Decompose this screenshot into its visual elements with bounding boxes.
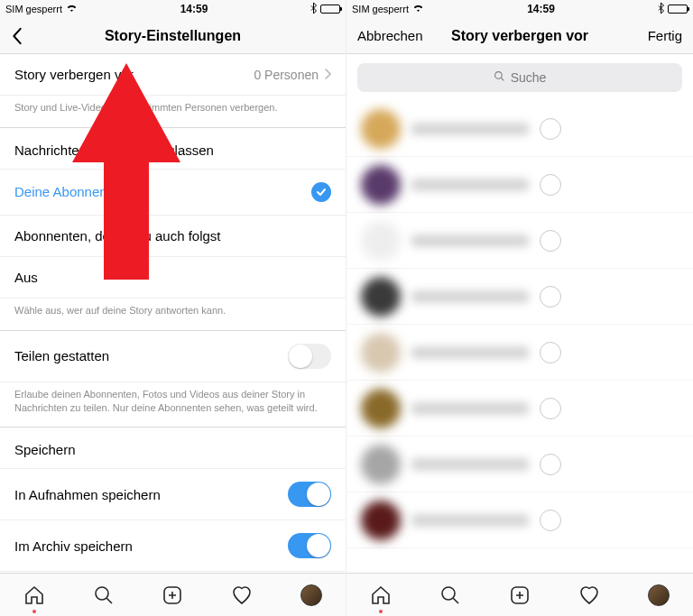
nav-bar: Story-Einstellungen <box>0 18 346 54</box>
tab-bar <box>346 573 693 616</box>
chevron-right-icon <box>324 68 331 82</box>
reply-option-followers-label: Deine Abonnenten <box>14 184 125 199</box>
back-button[interactable] <box>11 18 23 53</box>
status-time: 14:59 <box>180 3 208 15</box>
search-icon <box>494 70 505 85</box>
user-name-blurred <box>411 402 529 415</box>
hide-story-row[interactable]: Story verbergen vor 0 Personen <box>0 54 346 96</box>
user-row[interactable] <box>346 157 693 213</box>
tab-search[interactable] <box>438 583 463 608</box>
cancel-label: Abbrechen <box>357 28 423 43</box>
user-avatar-icon <box>361 445 401 484</box>
user-row[interactable] <box>346 213 693 269</box>
reply-option-followers[interactable]: Deine Abonnenten <box>0 170 346 216</box>
tab-profile[interactable] <box>299 583 324 608</box>
cancel-button[interactable]: Abbrechen <box>357 18 423 53</box>
hide-story-label: Story verbergen vor <box>14 67 134 82</box>
user-avatar-icon <box>361 165 401 205</box>
search-input[interactable]: Suche <box>357 63 682 92</box>
tab-add[interactable] <box>507 583 532 608</box>
user-name-blurred <box>411 123 529 135</box>
battery-icon <box>320 5 340 14</box>
user-name-blurred <box>411 346 529 359</box>
user-row[interactable] <box>346 437 693 492</box>
status-time: 14:59 <box>527 3 555 15</box>
user-avatar-icon <box>361 333 401 372</box>
user-select-radio[interactable] <box>540 510 561 531</box>
user-avatar-icon <box>361 501 401 540</box>
user-avatar-icon <box>361 221 401 261</box>
status-right <box>658 3 688 15</box>
svg-point-2 <box>494 72 502 79</box>
user-row[interactable] <box>346 325 693 381</box>
user-select-radio[interactable] <box>540 342 561 363</box>
user-avatar-icon <box>361 277 401 317</box>
user-row[interactable] <box>346 269 693 325</box>
status-left: SIM gesperrt <box>352 4 424 14</box>
search-container: Suche <box>346 54 693 101</box>
status-right <box>310 3 340 15</box>
save-archive-label: Im Archiv speichern <box>14 538 133 554</box>
user-row[interactable] <box>346 101 693 157</box>
notification-dot-icon <box>379 610 383 613</box>
notification-dot-icon <box>32 610 36 613</box>
save-camera-label: In Aufnahmen speichern <box>14 487 161 502</box>
user-select-radio[interactable] <box>540 286 561 308</box>
tab-activity[interactable] <box>577 583 602 608</box>
user-select-radio[interactable] <box>540 230 561 252</box>
screen-hide-from: SIM gesperrt 14:59 Abbrechen Story verbe… <box>346 0 693 616</box>
user-row[interactable] <box>346 381 693 437</box>
reply-option-off-label: Aus <box>14 270 38 285</box>
screen-story-settings: SIM gesperrt 14:59 Story-Einstellungen S… <box>0 0 346 616</box>
reply-option-following-label: Abonnenten, denen du auch folgst <box>14 228 221 244</box>
user-row[interactable] <box>346 492 693 548</box>
nav-title: Story verbergen vor <box>451 28 588 44</box>
svg-point-3 <box>442 587 455 600</box>
checkmark-icon <box>311 182 331 202</box>
allow-sharing-hint: Erlaube deinen Abonnenten, Fotos und Vid… <box>0 382 346 428</box>
tab-bar <box>0 573 346 616</box>
hide-story-value: 0 Personen <box>254 68 319 82</box>
search-placeholder: Suche <box>511 70 547 85</box>
user-select-radio[interactable] <box>540 398 561 419</box>
saving-header: Speichern <box>0 428 346 469</box>
user-name-blurred <box>411 514 529 527</box>
allow-sharing-row[interactable]: Teilen gestatten <box>0 331 346 382</box>
save-camera-row[interactable]: In Aufnahmen speichern <box>0 469 346 520</box>
reply-option-off[interactable]: Aus <box>0 257 346 299</box>
reply-option-following[interactable]: Abonnenten, denen du auch folgst <box>0 216 346 257</box>
carrier-label: SIM gesperrt <box>352 4 409 14</box>
avatar-icon <box>300 584 322 606</box>
allow-replies-hint: Wähle aus, wer auf deine Story antworten… <box>0 299 346 331</box>
user-select-radio[interactable] <box>540 454 561 475</box>
user-name-blurred <box>411 458 529 471</box>
user-avatar-icon <box>361 109 401 149</box>
tab-home[interactable] <box>368 583 393 608</box>
tab-search[interactable] <box>91 583 116 608</box>
status-bar: SIM gesperrt 14:59 <box>346 0 693 18</box>
allow-sharing-label: Teilen gestatten <box>14 348 109 363</box>
avatar-icon <box>648 584 670 606</box>
user-select-radio[interactable] <box>540 174 561 196</box>
carrier-label: SIM gesperrt <box>5 4 62 14</box>
user-select-radio[interactable] <box>540 118 561 140</box>
hide-story-hint: Story und Live-Videos vor bestimmten Per… <box>0 96 346 128</box>
tab-add[interactable] <box>160 583 185 608</box>
user-name-blurred <box>411 179 529 191</box>
save-camera-toggle[interactable] <box>288 482 331 507</box>
tab-home[interactable] <box>22 583 47 608</box>
svg-point-0 <box>96 587 108 600</box>
save-archive-toggle[interactable] <box>288 533 331 558</box>
save-archive-row[interactable]: Im Archiv speichern <box>0 520 346 572</box>
status-bar: SIM gesperrt 14:59 <box>0 0 346 18</box>
tab-profile[interactable] <box>646 583 671 608</box>
allow-sharing-toggle[interactable] <box>288 344 331 369</box>
wifi-icon <box>412 4 424 14</box>
nav-bar: Abbrechen Story verbergen vor Fertig <box>346 18 693 54</box>
done-button[interactable]: Fertig <box>648 18 682 53</box>
user-name-blurred <box>411 290 529 303</box>
done-label: Fertig <box>648 28 682 43</box>
bluetooth-icon <box>658 3 664 15</box>
bluetooth-icon <box>310 3 317 15</box>
tab-activity[interactable] <box>229 583 254 608</box>
